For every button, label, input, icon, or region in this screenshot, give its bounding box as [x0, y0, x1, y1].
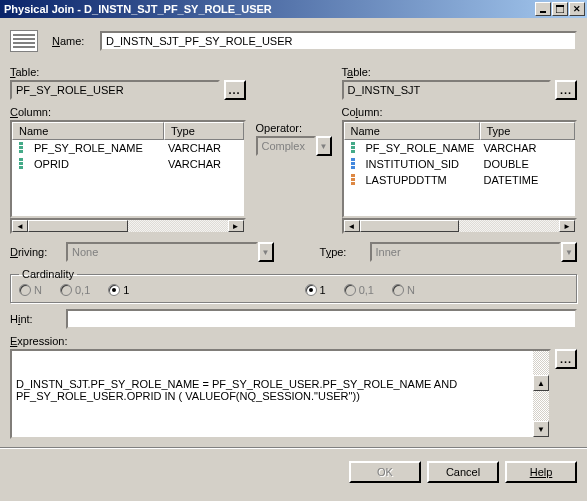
left-card-n: N: [19, 284, 42, 296]
right-column-list[interactable]: Name Type PF_SY_ROLE_NAME VARCHAR INSTIT…: [342, 120, 578, 218]
svg-rect-11: [351, 150, 355, 153]
scroll-left-icon[interactable]: ◄: [12, 220, 28, 232]
hint-field[interactable]: [66, 309, 577, 329]
left-column-label: Column:: [10, 106, 246, 118]
left-card-1[interactable]: 1: [108, 284, 129, 296]
svg-rect-4: [19, 146, 23, 149]
column-icon: [16, 142, 26, 154]
svg-rect-2: [556, 5, 564, 7]
cardinality-group: Cardinality N 0,1 1 1 0,1 N: [10, 268, 577, 303]
hint-label: Hint:: [10, 313, 60, 325]
right-header-name[interactable]: Name: [344, 122, 480, 140]
svg-rect-7: [19, 162, 23, 165]
right-pane: Table: D_INSTN_SJT ... Column: Name Type…: [342, 66, 578, 234]
column-icon: [348, 142, 358, 154]
scroll-down-icon[interactable]: ▼: [533, 421, 549, 437]
left-header-name[interactable]: Name: [12, 122, 164, 140]
name-field[interactable]: D_INSTN_SJT_PF_SY_ROLE_USER: [100, 31, 577, 51]
svg-rect-5: [19, 150, 23, 153]
right-card-n: N: [392, 284, 415, 296]
cancel-button[interactable]: Cancel: [427, 461, 499, 483]
right-table-field: D_INSTN_SJT: [342, 80, 552, 100]
list-item[interactable]: PF_SY_ROLE_NAME VARCHAR: [344, 140, 576, 156]
right-card-1[interactable]: 1: [305, 284, 326, 296]
expression-label: Expression:: [10, 335, 577, 347]
join-icon: [10, 30, 38, 52]
left-pane: Table: PF_SY_ROLE_USER ... Column: Name …: [10, 66, 246, 234]
svg-rect-17: [351, 182, 355, 185]
list-item[interactable]: INSTITUTION_SID DOUBLE: [344, 156, 576, 172]
scroll-left-icon[interactable]: ◄: [344, 220, 360, 232]
name-label: Name:: [52, 35, 100, 47]
svg-rect-0: [540, 11, 546, 13]
svg-rect-12: [351, 158, 355, 161]
operator-combo: Complex ▼: [256, 136, 332, 156]
expression-scrollbar[interactable]: ▲ ▼: [533, 351, 549, 437]
svg-rect-15: [351, 174, 355, 177]
chevron-down-icon: ▼: [258, 242, 274, 262]
svg-rect-6: [19, 158, 23, 161]
svg-rect-3: [19, 142, 23, 145]
cardinality-legend: Cardinality: [19, 268, 77, 280]
list-item[interactable]: LASTUPDDTTM DATETIME: [344, 172, 576, 188]
close-button[interactable]: ✕: [569, 2, 585, 16]
right-card-01: 0,1: [344, 284, 374, 296]
scroll-right-icon[interactable]: ►: [559, 220, 575, 232]
titlebar[interactable]: Physical Join - D_INSTN_SJT_PF_SY_ROLE_U…: [0, 0, 587, 18]
right-header-type[interactable]: Type: [480, 122, 576, 140]
left-table-browse-button[interactable]: ...: [224, 80, 246, 100]
left-scrollbar[interactable]: ◄ ►: [10, 218, 246, 234]
svg-rect-8: [19, 166, 23, 169]
svg-rect-10: [351, 146, 355, 149]
list-item[interactable]: OPRID VARCHAR: [12, 156, 244, 172]
driving-label: Driving:: [10, 246, 56, 258]
driving-combo: None ▼: [66, 242, 274, 262]
left-card-01: 0,1: [60, 284, 90, 296]
right-table-label: Table:: [342, 66, 578, 78]
chevron-down-icon: ▼: [561, 242, 577, 262]
left-header-type[interactable]: Type: [164, 122, 244, 140]
minimize-button[interactable]: [535, 2, 551, 16]
right-scrollbar[interactable]: ◄ ►: [342, 218, 578, 234]
window-title: Physical Join - D_INSTN_SJT_PF_SY_ROLE_U…: [4, 3, 534, 15]
svg-rect-13: [351, 162, 355, 165]
help-button[interactable]: Help: [505, 461, 577, 483]
right-table-browse-button[interactable]: ...: [555, 80, 577, 100]
right-column-label: Column:: [342, 106, 578, 118]
scroll-right-icon[interactable]: ►: [228, 220, 244, 232]
left-column-list[interactable]: Name Type PF_SY_ROLE_NAME VARCHAR OPRID …: [10, 120, 246, 218]
scroll-up-icon[interactable]: ▲: [533, 375, 549, 391]
type-combo: Inner ▼: [370, 242, 578, 262]
column-icon: [348, 174, 358, 186]
expression-textarea[interactable]: D_INSTN_SJT.PF_SY_ROLE_NAME = PF_SY_ROLE…: [10, 349, 551, 439]
dialog-footer: OK Cancel Help: [0, 455, 587, 489]
type-label: Type:: [320, 246, 360, 258]
list-item[interactable]: PF_SY_ROLE_NAME VARCHAR: [12, 140, 244, 156]
expression-browse-button[interactable]: ...: [555, 349, 577, 369]
chevron-down-icon: ▼: [316, 136, 332, 156]
maximize-button[interactable]: [552, 2, 568, 16]
left-table-label: Table:: [10, 66, 246, 78]
svg-rect-14: [351, 166, 355, 169]
operator-label: Operator:: [256, 122, 332, 134]
column-icon: [16, 158, 26, 170]
ok-button: OK: [349, 461, 421, 483]
svg-rect-16: [351, 178, 355, 181]
left-table-field: PF_SY_ROLE_USER: [10, 80, 220, 100]
column-icon: [348, 158, 358, 170]
svg-rect-9: [351, 142, 355, 145]
